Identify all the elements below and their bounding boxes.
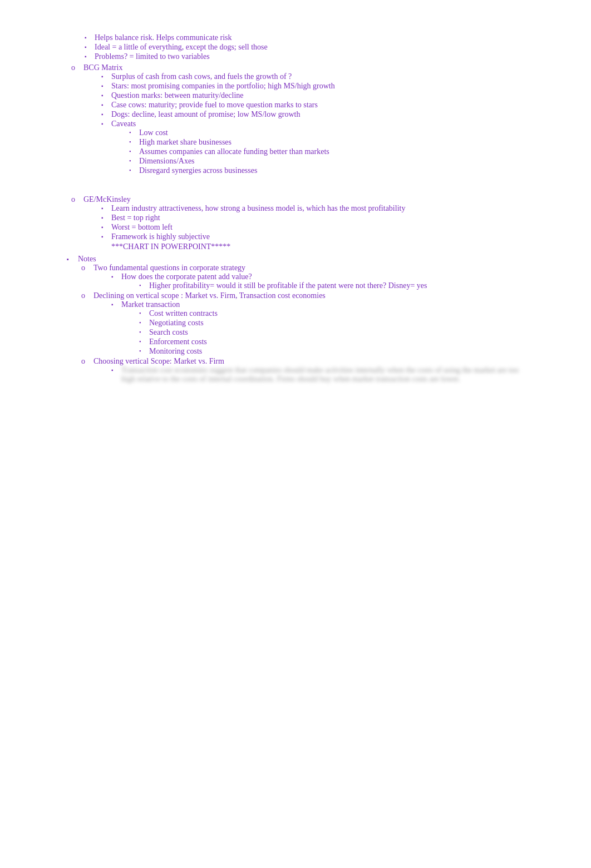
market-transaction-sub: Cost written contracts Negotiating costs… (149, 309, 523, 356)
bcg-header: BCG Matrix Surplus of cash from cash cow… (83, 63, 523, 175)
bcg-section: BCG Matrix Surplus of cash from cash cow… (83, 63, 523, 175)
notes-header: Notes Two fundamental questions in corpo… (78, 255, 523, 384)
list-item: Surplus of cash from cash cows, and fuel… (111, 72, 523, 81)
list-item: Ideal = a little of everything, except t… (95, 43, 523, 52)
notes-item-1: Two fundamental questions in corporate s… (93, 264, 523, 290)
list-item: Low cost (139, 128, 523, 137)
list-item: Monitoring costs (149, 347, 523, 356)
notes-item-3: Choosing vertical Scope: Market vs. Firm… (93, 357, 523, 384)
blurred-item: Transaction cost economies suggest that … (121, 366, 523, 384)
list-item: High market share businesses (139, 138, 523, 147)
list-item: Worst = bottom left (111, 223, 523, 232)
list-item: Higher profitability= would it still be … (149, 281, 523, 290)
list-item: Framework is highly subjective (111, 232, 523, 241)
notes-sub-3: Transaction cost economies suggest that … (121, 366, 523, 384)
blurred-text: Transaction cost economies suggest that … (121, 366, 519, 383)
list-item: Disregard synergies across businesses (139, 166, 523, 175)
list-item: Dimensions/Axes (139, 157, 523, 166)
ge-items: Learn industry attractiveness, how stron… (111, 204, 523, 241)
list-item: Cost written contracts (149, 309, 523, 318)
intro-bullets: Helps balance risk. Helps communicate ri… (95, 33, 523, 61)
list-item: Stars: most promising companies in the p… (111, 82, 523, 91)
list-item: Learn industry attractiveness, how stron… (111, 204, 523, 213)
notes-item-2: Declining on vertical scope : Market vs.… (93, 291, 523, 356)
list-item: Dogs: decline, least amount of promise; … (111, 110, 523, 119)
list-item: Case cows: maturity; provide fuel to mov… (111, 101, 523, 110)
list-item: Helps balance risk. Helps communicate ri… (95, 33, 523, 42)
list-item: Enforcement costs (149, 338, 523, 346)
chart-note: ***CHART IN POWERPOINT***** (111, 242, 523, 251)
list-item: Search costs (149, 328, 523, 337)
bcg-items: Surplus of cash from cash cows, and fuel… (111, 72, 523, 175)
ge-section: GE/McKinsley Learn industry attractivene… (83, 195, 523, 251)
notes-sub-sub-1: Higher profitability= would it still be … (149, 281, 523, 290)
list-item: Assumes companies can allocate funding b… (139, 147, 523, 156)
notes-items: Two fundamental questions in corporate s… (93, 264, 523, 384)
list-item: Negotiating costs (149, 319, 523, 328)
caveats-list: Low cost High market share businesses As… (139, 128, 523, 175)
notes-sub-1: How does the corporate patent add value?… (121, 272, 523, 290)
list-item: Question marks: between maturity/decline (111, 91, 523, 100)
main-content: Helps balance risk. Helps communicate ri… (67, 33, 523, 384)
list-item: Problems? = limited to two variables (95, 52, 523, 61)
ge-header: GE/McKinsley Learn industry attractivene… (83, 195, 523, 251)
notes-sub-2: Market transaction Cost written contract… (121, 300, 523, 356)
notes-section: Notes Two fundamental questions in corpo… (78, 255, 523, 384)
market-transaction-item: Market transaction Cost written contract… (121, 300, 523, 356)
list-item: How does the corporate patent add value?… (121, 272, 523, 290)
list-item: Best = top right (111, 214, 523, 222)
caveats-item: Caveats Low cost High market share busin… (111, 120, 523, 175)
